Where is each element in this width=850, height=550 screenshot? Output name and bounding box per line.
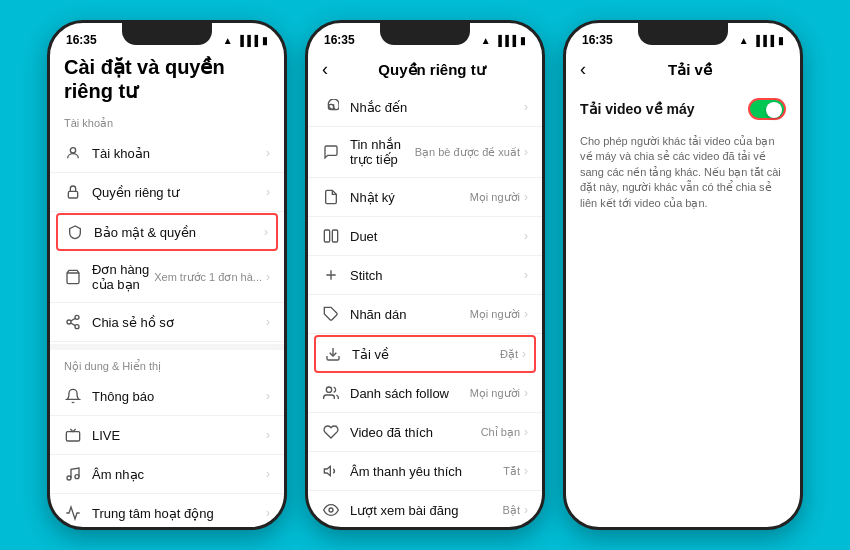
chevron-icon: ›	[524, 145, 528, 159]
phone-3: 16:35 ▲ ▐▐▐ ▮ ‹ Tải về Tải video về máy …	[563, 20, 803, 530]
menu-item-nhacdén[interactable]: Nhắc đến ›	[308, 88, 542, 127]
svg-rect-8	[66, 432, 79, 441]
heart-icon	[322, 423, 340, 441]
status-icons-1: ▲ ▐▐▐ ▮	[223, 35, 268, 46]
nav-header-2: ‹ Quyền riêng tư	[308, 51, 542, 88]
page-title-1: Cài đặt và quyền riêng tư	[50, 51, 284, 109]
chevron-icon: ›	[264, 225, 268, 239]
menu-item-donhang[interactable]: Đơn hàng của bạn Xem trước 1 đơn hà... ›	[50, 252, 284, 303]
menu-label: Đơn hàng của bạn	[92, 262, 154, 292]
menu-item-amnhac[interactable]: Âm nhạc ›	[50, 455, 284, 494]
time-1: 16:35	[66, 33, 97, 47]
chevron-icon: ›	[524, 229, 528, 243]
notch-2	[380, 23, 470, 45]
chevron-icon: ›	[524, 307, 528, 321]
chevron-icon: ›	[524, 386, 528, 400]
battery-icon: ▮	[520, 35, 526, 46]
chevron-icon: ›	[266, 389, 270, 403]
menu-item-tinnhan[interactable]: Tin nhắn trực tiếp Bạn bè được đề xuất ›	[308, 127, 542, 178]
time-2: 16:35	[324, 33, 355, 47]
chevron-icon: ›	[266, 270, 270, 284]
notch-3	[638, 23, 728, 45]
menu-label: Tải về	[352, 347, 500, 362]
chevron-icon: ›	[266, 428, 270, 442]
chevron-icon: ›	[522, 347, 526, 361]
item-sub: Mọi người	[470, 191, 520, 204]
nav-title-2: Quyền riêng tư	[336, 61, 528, 79]
follow-icon	[322, 384, 340, 402]
item-sub: Bạn bè được đề xuất	[415, 146, 520, 159]
screen-2: ‹ Quyền riêng tư Nhắc đến › Tin nhắn trự…	[308, 51, 542, 527]
back-button-2[interactable]: ‹	[322, 59, 328, 80]
chevron-icon: ›	[266, 185, 270, 199]
svg-point-0	[70, 148, 75, 153]
chevron-icon: ›	[266, 467, 270, 481]
svg-rect-16	[324, 230, 329, 242]
wifi-icon: ▲	[481, 35, 491, 46]
nav-title-3: Tải về	[594, 61, 786, 79]
svg-rect-17	[332, 230, 337, 242]
divider-1	[50, 344, 284, 350]
menu-item-chiasehoso[interactable]: Chia sẻ hồ sơ ›	[50, 303, 284, 342]
menu-label: Chia sẻ hồ sơ	[92, 315, 266, 330]
menu-item-nhandam[interactable]: Nhãn dán Mọi người ›	[308, 295, 542, 334]
menu-item-videothich[interactable]: Video đã thích Chỉ bạn ›	[308, 413, 542, 452]
menu-item-thongbao[interactable]: Thông báo ›	[50, 377, 284, 416]
item-sub: Mọi người	[470, 308, 520, 321]
menu-item-trungtam[interactable]: Trung tâm hoạt động ›	[50, 494, 284, 527]
menu-item-nhatky[interactable]: Nhật ký Mọi người ›	[308, 178, 542, 217]
svg-marker-21	[324, 466, 330, 475]
svg-point-3	[75, 315, 79, 319]
svg-point-22	[329, 508, 333, 512]
menu-item-taive[interactable]: Tải về Đặt ›	[314, 335, 536, 373]
menu-item-baomatquyen[interactable]: Bảo mật & quyền ›	[56, 213, 278, 251]
time-3: 16:35	[582, 33, 613, 47]
signal-icon: ▐▐▐	[753, 35, 774, 46]
svg-line-7	[71, 318, 76, 321]
svg-line-6	[71, 323, 76, 326]
item-sub: Bật	[503, 504, 520, 517]
screen-1: Cài đặt và quyền riêng tư Tài khoản Tài …	[50, 51, 284, 527]
menu-label: Tài khoản	[92, 146, 266, 161]
menu-item-quyenriengtu[interactable]: Quyền riêng tư ›	[50, 173, 284, 212]
notch-1	[122, 23, 212, 45]
chevron-icon: ›	[524, 464, 528, 478]
chevron-icon: ›	[266, 315, 270, 329]
chevron-icon: ›	[266, 146, 270, 160]
menu-label: Âm nhạc	[92, 467, 266, 482]
status-icons-3: ▲ ▐▐▐ ▮	[739, 35, 784, 46]
menu-item-stitch[interactable]: Stitch ›	[308, 256, 542, 295]
chevron-icon: ›	[524, 425, 528, 439]
menu-label: Bảo mật & quyền	[94, 225, 264, 240]
chevron-icon: ›	[524, 100, 528, 114]
menu-label: Nhật ký	[350, 190, 470, 205]
item-sub: Mọi người	[470, 387, 520, 400]
audio-icon	[322, 462, 340, 480]
menu-item-luotsxem[interactable]: Lượt xem bài đăng Bật ›	[308, 491, 542, 527]
menu-item-taikhoan[interactable]: Tài khoản ›	[50, 134, 284, 173]
diary-icon	[322, 188, 340, 206]
menu-item-live[interactable]: LIVE ›	[50, 416, 284, 455]
svg-point-20	[326, 387, 331, 392]
back-button-3[interactable]: ‹	[580, 59, 586, 80]
menu-label: Nhãn dán	[350, 307, 470, 322]
svg-rect-1	[68, 191, 77, 198]
menu-item-duet[interactable]: Duet ›	[308, 217, 542, 256]
status-icons-2: ▲ ▐▐▐ ▮	[481, 35, 526, 46]
nav-header-3: ‹ Tải về	[566, 51, 800, 88]
menu-label: Danh sách follow	[350, 386, 470, 401]
menu-label: Video đã thích	[350, 425, 481, 440]
menu-label: LIVE	[92, 428, 266, 443]
menu-item-danhsach[interactable]: Danh sách follow Mọi người ›	[308, 374, 542, 413]
activity-icon	[64, 504, 82, 522]
item-sub: Tắt	[503, 465, 520, 478]
wifi-icon: ▲	[223, 35, 233, 46]
menu-item-amthanh[interactable]: Âm thanh yêu thích Tắt ›	[308, 452, 542, 491]
share-icon	[64, 313, 82, 331]
chevron-icon: ›	[524, 190, 528, 204]
toggle-download[interactable]	[748, 98, 786, 120]
menu-label: Stitch	[350, 268, 524, 283]
shield-icon	[66, 223, 84, 241]
phone-1: 16:35 ▲ ▐▐▐ ▮ Cài đặt và quyền riêng tư …	[47, 20, 287, 530]
item-sub: Xem trước 1 đơn hà...	[154, 271, 262, 284]
